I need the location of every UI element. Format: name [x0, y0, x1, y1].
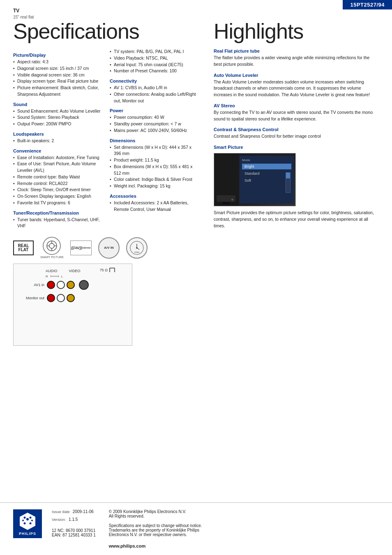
list-item: Tuner bands: Hyperband, S-Channel, UHF, … [13, 217, 101, 230]
accessories-heading: Accessories [110, 194, 198, 199]
menu-soft: Soft [242, 178, 291, 183]
monitor-out-row: Monitor out [18, 294, 128, 302]
specifications-title: Specifications [13, 21, 198, 42]
model-number: 15PT2527/94 [343, 0, 392, 9]
list-item: Aerial Input: 75 ohm coaxial (IEC75) [110, 62, 198, 68]
contrast-heading: Contrast & Sharpness Control [214, 127, 378, 132]
port-yellow [67, 281, 75, 289]
list-item: Box dimensions (W x H x D): 555 x 481 x … [110, 164, 198, 177]
soft-bar-fill [286, 173, 290, 178]
real-flat-section: Real Flat picture tube The flatter tube … [214, 49, 378, 68]
right-column: Highlights Real Flat picture tube The fl… [214, 21, 378, 234]
port-white-2 [57, 294, 65, 302]
port-composite [79, 280, 89, 290]
port-white [57, 281, 65, 289]
connectivity-diagram: 75 Ω AUDIO VIDEO R L AV1 in [13, 264, 132, 346]
auto-volume-section: Auto Volume Leveler The Auto Volume Leve… [214, 73, 378, 98]
auto-volume-text: The Auto Volume Leveler moderates sudden… [214, 79, 378, 98]
list-item: Standby power consumption: < 7 w [110, 121, 198, 127]
list-item: Set dimensions (W x H x D): 444 x 357 x … [110, 144, 198, 157]
list-item: Weight incl. Packaging: 15 kg [110, 183, 198, 190]
connectivity-heading: Connectivity [110, 79, 198, 83]
list-item: Remote control: RCLA022 [13, 180, 101, 187]
loudspeakers-list: Built-in speakers: 2 [13, 138, 101, 144]
svg-point-1 [49, 243, 54, 248]
smart-picture-icon [43, 237, 61, 255]
footer-info: Issue date 2009-11-06 Version: 1.1.5 12 … [52, 509, 379, 548]
tuner-heading: Tuner/Reception/Transmission [13, 210, 101, 215]
power-list: Power consumption: 40 W Standby power co… [110, 114, 198, 134]
sound-heading: Sound [13, 102, 101, 107]
list-item: Remote control type: Baby Waist [13, 174, 101, 180]
tv-screen: Mode Bright Standard Soft [240, 156, 294, 204]
svg-point-20 [22, 520, 24, 521]
smart-picture-label: SMART PICTURE [40, 256, 64, 259]
picture-display-list: Aspect ratio: 4:3 Diagonal screen size: … [13, 59, 101, 98]
port-red-2 [47, 294, 55, 302]
picture-display-heading: Picture/Display [13, 53, 101, 58]
tv-label: TV [13, 7, 34, 14]
list-item: Included Accessories: 2 x AA Batteries, … [110, 200, 198, 213]
smart-picture-badge: SMART PICTURE [40, 237, 64, 259]
list-item: Favorite list TV programs: 6 [13, 200, 101, 206]
port-yellow-2 [67, 294, 75, 302]
footer-col-2: © 2009 Koninklijke Philips Electronics N… [109, 509, 202, 548]
menu-bright: Bright [242, 164, 291, 169]
contrast-text: Contrast and Sharpness Control for bette… [214, 133, 378, 140]
issue-date: 2009-11-06 [73, 509, 94, 514]
monitor-out-label: Monitor out [18, 296, 44, 300]
video-label: VIDEO [69, 269, 81, 273]
spec-col-left: Picture/Display Aspect ratio: 4:3 Diagon… [13, 49, 101, 231]
tuner-list: Tuner bands: Hyperband, S-Channel, UHF, … [13, 217, 101, 230]
disclaimer: Specifications are subject to change wit… [109, 523, 202, 537]
av1-in-row: AV1 in [18, 280, 128, 290]
list-item: Video Playback: NTSC, PAL [110, 55, 198, 62]
real-flat-heading: Real Flat picture tube [214, 49, 378, 53]
list-item: On-Screen Display languages: English [13, 193, 101, 200]
left-column: Specifications Picture/Display Aspect ra… [13, 21, 198, 346]
loudspeakers-heading: Loudspeakers [13, 132, 101, 136]
svg-point-21 [31, 520, 33, 521]
list-item: Product weight: 11.5 kg [110, 157, 198, 164]
list-item: TV system: PAL B/G, PAL D/K, PAL I [110, 49, 198, 55]
accessories-list: Included Accessories: 2 x AA Batteries, … [110, 200, 198, 213]
convenience-heading: Convenience [13, 148, 101, 153]
soft-bar [286, 172, 291, 193]
audio-label: AUDIO [46, 269, 58, 273]
list-item: Built-in speakers: 2 [13, 138, 101, 144]
list-item: Power consumption: 40 W [110, 114, 198, 121]
ohm-label: 75 Ω [100, 267, 115, 273]
av-in-badge: A/V IN [98, 237, 120, 259]
port-red [47, 281, 55, 289]
audio-rl-labels: R L [18, 275, 128, 278]
svg-point-22 [24, 523, 26, 525]
tv-bezel [214, 153, 239, 206]
svg-point-19 [30, 517, 32, 519]
tv-label-area: TV 15" real flat [13, 7, 34, 20]
mode-label: Mode [242, 158, 291, 162]
list-item: Ease of Installation: Autostore, Fine Tu… [13, 155, 101, 161]
auto-volume-heading: Auto Volume Leveler [214, 73, 378, 78]
list-item: Ease of Use: Smart Picture, Auto Volume … [13, 161, 101, 174]
list-item: AV 1: CVBS in, Audio L/R in [110, 85, 198, 91]
contrast-section: Contrast & Sharpness Control Contrast an… [214, 127, 378, 140]
list-item: Mains power: AC 100V-240V, 50/60Hz [110, 127, 198, 134]
av-in-label: A/V IN [104, 246, 114, 250]
av-stereo-badge: ((/AV)) stereo [70, 240, 92, 255]
list-item: Visible diagonal screen size: 36 cm [13, 72, 101, 79]
menu-standard: Standard [242, 171, 291, 176]
tv-stand [222, 202, 230, 204]
power-heading: Power [110, 108, 198, 113]
logo-badges-row: REAL FLAT SMART PICTURE ((/AV)) stereo [13, 237, 198, 259]
version-row: Version: 1.1.5 [52, 517, 96, 522]
copyright: © 2009 Koninklijke Philips Electronics N… [109, 509, 202, 518]
website: www.philips.com [109, 543, 202, 548]
tv-system-list: TV system: PAL B/G, PAL D/K, PAL I Video… [110, 49, 198, 74]
philips-logo-text: PHILIPS [19, 532, 36, 536]
smart-picture-image: Mode Bright Standard Soft [214, 153, 296, 206]
footer-col-1: Issue date 2009-11-06 Version: 1.1.5 12 … [52, 509, 96, 548]
footer: PHILIPS Issue date 2009-11-06 Version: 1… [0, 502, 392, 555]
real-flat-text: The flatter tube provides a wider viewin… [214, 55, 378, 68]
smart-picture-section: Smart Picture Mode Bright Standard Soft [214, 145, 378, 229]
convenience-list: Ease of Installation: Autostore, Fine Tu… [13, 155, 101, 206]
